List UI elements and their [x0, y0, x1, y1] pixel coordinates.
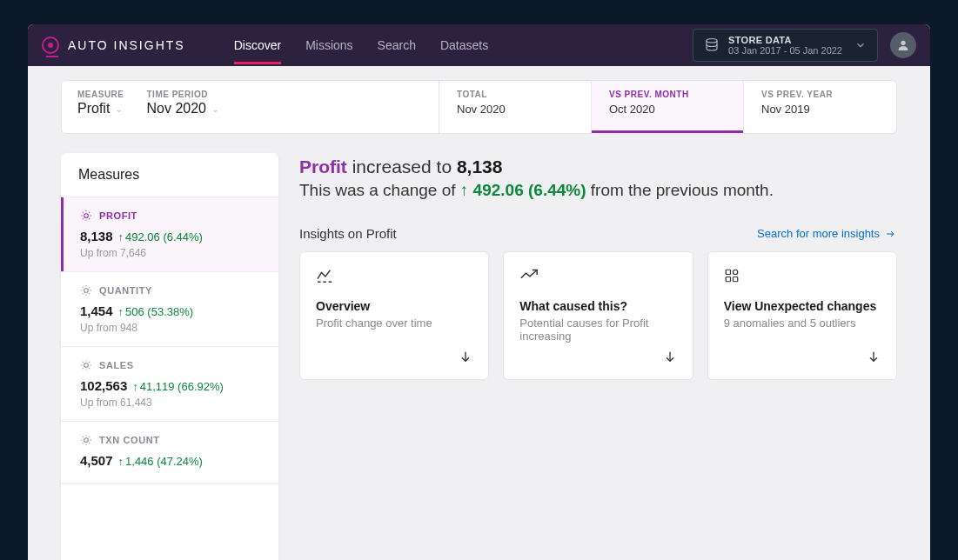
headline-measure: Profit — [299, 157, 347, 177]
sun-icon — [80, 434, 92, 446]
chevron-down-icon — [724, 350, 881, 363]
overview-icon — [316, 268, 472, 285]
insight-cards: Overview Profit change over time What ca… — [299, 251, 897, 380]
top-nav: AUTO INSIGHTS Discover Missions Search D… — [28, 24, 930, 66]
svg-point-2 — [84, 214, 89, 218]
avatar[interactable] — [890, 32, 916, 58]
sun-icon — [80, 359, 92, 371]
brand-icon — [42, 37, 59, 54]
trend-icon — [519, 268, 676, 285]
chevron-down-icon: ⌄ — [211, 103, 219, 115]
context-selectors: MEASURE Profit⌄ TIME PERIOD Nov 2020⌄ — [62, 81, 439, 133]
context-bar: MEASURE Profit⌄ TIME PERIOD Nov 2020⌄ TO… — [61, 80, 897, 134]
measures-list: PROFIT 8,138 ↑492.06 (6.44%) Up from 7,6… — [61, 197, 278, 560]
tab-prev-year[interactable]: VS PREV. YEAR Nov 2019 — [744, 81, 896, 133]
svg-rect-14 — [726, 277, 730, 282]
measure-txn-count[interactable]: TXN COUNT 4,507 ↑1,446 (47.24%) — [61, 422, 278, 484]
sun-icon — [80, 284, 92, 297]
svg-point-1 — [901, 41, 905, 45]
app-frame: AUTO INSIGHTS Discover Missions Search D… — [28, 24, 930, 560]
store-range: 03 Jan 2017 - 05 Jan 2022 — [728, 45, 842, 56]
measure-profit[interactable]: PROFIT 8,138 ↑492.06 (6.44%) Up from 7,6… — [61, 197, 278, 272]
chevron-down-icon — [519, 350, 676, 363]
insights-header: Insights on Profit Search for more insig… — [299, 226, 897, 241]
measures-header: Measures — [61, 153, 278, 197]
measures-panel: Measures PROFIT 8,138 ↑492.06 (6.44%) Up… — [61, 153, 278, 560]
main-area: Measures PROFIT 8,138 ↑492.06 (6.44%) Up… — [28, 134, 930, 560]
card-what-caused[interactable]: What caused this? Potential causes for P… — [503, 251, 693, 380]
svg-point-13 — [733, 270, 737, 274]
headline-value: 8,138 — [457, 157, 503, 177]
chevron-down-icon — [316, 350, 472, 363]
nav-discover[interactable]: Discover — [234, 26, 281, 64]
card-overview[interactable]: Overview Profit change over time — [299, 251, 489, 380]
store-title: STORE DATA — [728, 35, 842, 45]
svg-point-0 — [707, 39, 717, 43]
arrow-up-icon: ↑ — [460, 181, 469, 199]
sun-icon — [80, 210, 92, 222]
brand: AUTO INSIGHTS — [42, 37, 185, 54]
chevron-down-icon: ⌄ — [115, 103, 123, 115]
nav-datasets[interactable]: Datasets — [440, 26, 488, 64]
svg-point-3 — [84, 289, 89, 293]
measure-quantity[interactable]: QUANTITY 1,454 ↑506 (53.38%) Up from 948 — [61, 272, 278, 347]
headline: Profit increased to 8,138 This was a cha… — [299, 157, 897, 200]
arrow-right-icon — [883, 229, 897, 239]
insights-title: Insights on Profit — [299, 226, 397, 241]
chevron-down-icon — [854, 39, 867, 51]
store-selector[interactable]: STORE DATA 03 Jan 2017 - 05 Jan 2022 — [693, 29, 878, 62]
card-unexpected[interactable]: View Unexpected changes 9 anomalies and … — [707, 251, 897, 380]
brand-text: AUTO INSIGHTS — [68, 38, 185, 52]
tab-total[interactable]: TOTAL Nov 2020 — [439, 81, 592, 133]
svg-rect-15 — [733, 277, 737, 282]
arrow-up-icon: ↑ — [118, 230, 124, 243]
arrow-up-icon: ↑ — [118, 455, 124, 468]
measure-sales[interactable]: SALES 102,563 ↑41,119 (66.92%) Up from 6… — [61, 347, 278, 422]
svg-rect-12 — [726, 270, 730, 274]
topnav-right: STORE DATA 03 Jan 2017 - 05 Jan 2022 — [693, 29, 916, 62]
nav-search[interactable]: Search — [378, 26, 416, 64]
nav-links: Discover Missions Search Datasets — [234, 26, 489, 64]
content-column: Profit increased to 8,138 This was a cha… — [299, 153, 897, 560]
tab-prev-month[interactable]: VS PREV. MONTH Oct 2020 — [592, 81, 744, 133]
database-icon — [704, 37, 720, 53]
grid-icon — [724, 268, 881, 285]
svg-point-5 — [84, 438, 89, 443]
measure-selector[interactable]: MEASURE Profit⌄ — [77, 90, 124, 124]
time-period-selector[interactable]: TIME PERIOD Nov 2020⌄ — [147, 90, 220, 124]
search-more-insights-link[interactable]: Search for more insights — [757, 227, 897, 240]
arrow-up-icon: ↑ — [132, 380, 138, 393]
svg-point-4 — [84, 363, 89, 368]
nav-missions[interactable]: Missions — [305, 26, 352, 64]
arrow-up-icon: ↑ — [118, 305, 124, 318]
